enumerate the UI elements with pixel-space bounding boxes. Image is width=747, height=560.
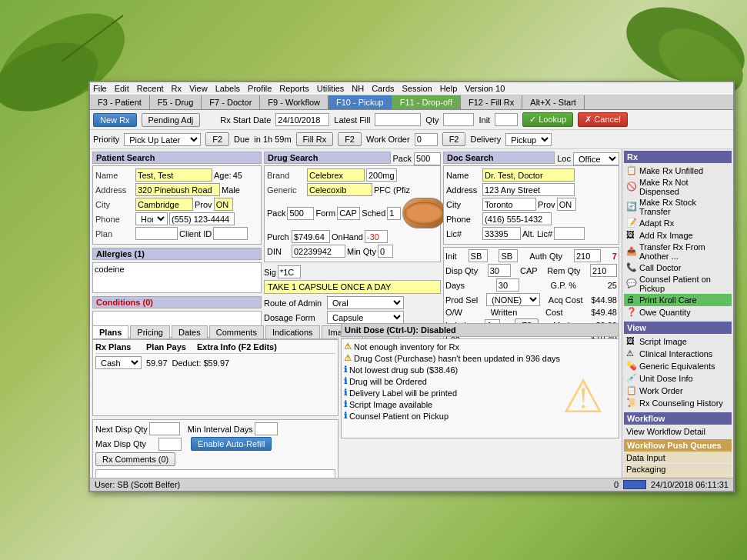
- min-interval-input[interactable]: [255, 422, 278, 435]
- days-input[interactable]: [496, 278, 519, 292]
- fill-rx-button[interactable]: Fill Rx: [296, 132, 334, 146]
- pack2-input[interactable]: [287, 207, 314, 220]
- sidebar-transfer-from[interactable]: 📤 Transfer Rx From Another ...: [624, 242, 732, 262]
- sidebar-packaging[interactable]: Packaging: [624, 464, 732, 475]
- sidebar-unit-dose-info[interactable]: 💉 Unit Dose Info: [624, 372, 732, 385]
- menu-edit[interactable]: Edit: [115, 84, 129, 93]
- sched-input[interactable]: [387, 207, 401, 220]
- doc-address-input[interactable]: [482, 183, 575, 196]
- tab-f9-workflow[interactable]: F9 - Workflow: [260, 95, 328, 109]
- plan-input[interactable]: [135, 227, 178, 240]
- max-disp-input[interactable]: [158, 438, 182, 451]
- lookup-button[interactable]: ✓ Lookup: [522, 112, 573, 127]
- next-disp-input[interactable]: [149, 422, 180, 435]
- menu-rx[interactable]: Rx: [172, 84, 182, 93]
- sidebar-view-workflow[interactable]: View Workflow Detail: [624, 426, 732, 437]
- doc-city-input[interactable]: [482, 198, 536, 211]
- prod-sel-select[interactable]: (NONE): [486, 293, 540, 306]
- new-rx-button[interactable]: New Rx: [93, 113, 137, 127]
- sidebar-script-image[interactable]: 🖼 Script Image: [624, 335, 732, 348]
- sidebar-not-dispensed[interactable]: 🚫 Make Rx Not Dispensed: [624, 177, 732, 197]
- route-select[interactable]: Oral: [327, 296, 404, 309]
- sidebar-data-input[interactable]: Data Input: [624, 452, 732, 463]
- init-input[interactable]: [495, 113, 518, 126]
- latest-fill-input[interactable]: [375, 113, 421, 126]
- sidebar-call-doctor[interactable]: 📞 Call Doctor: [624, 262, 732, 274]
- menu-labels[interactable]: Labels: [215, 84, 240, 93]
- sidebar-print-kroll[interactable]: 🖨 Print Kroll Care: [624, 294, 732, 306]
- delivery-select[interactable]: Pickup: [505, 133, 552, 146]
- rx-start-date-input[interactable]: [275, 113, 329, 126]
- rem-qty-input[interactable]: [590, 264, 617, 277]
- f2-priority-button[interactable]: F2: [205, 132, 229, 146]
- doc-prov-input[interactable]: [557, 198, 576, 211]
- work-order-input[interactable]: [415, 133, 438, 146]
- address-input[interactable]: [135, 183, 220, 196]
- disp-qty-input[interactable]: [488, 264, 511, 277]
- min-qty-input[interactable]: [378, 245, 393, 258]
- patient-name-input[interactable]: [135, 168, 212, 182]
- strength-input[interactable]: [366, 168, 397, 182]
- tab-plans[interactable]: Plans: [92, 325, 128, 338]
- tab-f11-dropoff[interactable]: F11 - Drop-off: [392, 95, 461, 109]
- loc-select[interactable]: Office: [573, 152, 619, 165]
- menu-version[interactable]: Version 10: [465, 84, 505, 93]
- client-id-input[interactable]: [213, 227, 248, 240]
- alt-lic-input[interactable]: [554, 227, 585, 240]
- tab-f10-pickup[interactable]: F10 - Pickup: [328, 95, 392, 109]
- pending-adj-button[interactable]: Pending Adj: [142, 113, 201, 127]
- phone-input[interactable]: [169, 212, 235, 225]
- sidebar-owe-quantity[interactable]: ❓ Owe Quantity: [624, 306, 732, 318]
- sig-code-input[interactable]: [278, 265, 301, 278]
- on-hand-input[interactable]: [365, 230, 388, 243]
- sidebar-generic-equiv[interactable]: 💊 Generic Equivalents: [624, 360, 732, 372]
- sidebar-clinical[interactable]: ⚠ Clinical Interactions: [624, 348, 732, 360]
- rx-comments-button[interactable]: Rx Comments (0): [95, 452, 175, 466]
- din-input[interactable]: [292, 245, 345, 258]
- sidebar-add-rx-image[interactable]: 🖼 Add Rx Image: [624, 229, 732, 242]
- purch-input[interactable]: [292, 230, 330, 243]
- brand-input[interactable]: [307, 168, 365, 182]
- tab-pricing[interactable]: Pricing: [130, 325, 170, 338]
- menu-view[interactable]: View: [189, 84, 208, 93]
- tab-comments[interactable]: Comments: [209, 325, 264, 338]
- sidebar-counsel-patient[interactable]: 💬 Counsel Patient on Pickup: [624, 274, 732, 294]
- phone-type-select[interactable]: Home: [135, 212, 168, 225]
- sidebar-make-unfilled[interactable]: 📋 Make Rx Unfilled: [624, 165, 732, 177]
- form-input[interactable]: [337, 207, 360, 220]
- priority-select[interactable]: Pick Up Later: [124, 133, 201, 146]
- cancel-button[interactable]: ✗ Cancel: [578, 112, 627, 127]
- plan-row1-select[interactable]: Cash: [95, 356, 142, 369]
- tab-f3-patient[interactable]: F3 - Patient: [90, 95, 150, 109]
- city-input[interactable]: [135, 198, 193, 211]
- sidebar-rx-counseling[interactable]: 📜 Rx Counseling History: [624, 397, 732, 409]
- menu-profile[interactable]: Profile: [248, 84, 272, 93]
- generic-input[interactable]: [307, 183, 372, 196]
- prov-input[interactable]: [214, 198, 233, 211]
- menu-utilities[interactable]: Utilities: [317, 84, 344, 93]
- tab-indications[interactable]: Indications: [265, 325, 320, 338]
- f2-fill-button[interactable]: F2: [338, 132, 362, 146]
- menu-session[interactable]: Session: [402, 84, 432, 93]
- init1-input[interactable]: [469, 249, 488, 262]
- dosage-select[interactable]: Capsule: [327, 311, 404, 324]
- pack-input[interactable]: [414, 152, 441, 165]
- menu-cards[interactable]: Cards: [372, 84, 394, 93]
- init2-input[interactable]: [499, 249, 518, 262]
- menu-reports[interactable]: Reports: [279, 84, 309, 93]
- sidebar-stock-transfer[interactable]: 🔄 Make Rx Stock Transfer: [624, 197, 732, 217]
- menu-nh[interactable]: NH: [352, 84, 364, 93]
- doc-lic-input[interactable]: [482, 227, 521, 240]
- tab-f5-drug[interactable]: F5 - Drug: [150, 95, 202, 109]
- tab-dates[interactable]: Dates: [172, 325, 208, 338]
- menu-recent[interactable]: Recent: [137, 84, 164, 93]
- menu-file[interactable]: File: [93, 84, 107, 93]
- tab-f7-doctor[interactable]: F7 - Doctor: [202, 95, 260, 109]
- sidebar-work-order[interactable]: 📋 Work Order: [624, 385, 732, 397]
- tab-altx-start[interactable]: Alt+X - Start: [522, 95, 585, 109]
- enable-auto-refill-button[interactable]: Enable Auto-Refill: [191, 437, 272, 451]
- menu-help[interactable]: Help: [440, 84, 458, 93]
- qty-input[interactable]: [443, 113, 474, 126]
- doc-phone-input[interactable]: [482, 212, 552, 225]
- auth-qty-input[interactable]: [574, 249, 601, 262]
